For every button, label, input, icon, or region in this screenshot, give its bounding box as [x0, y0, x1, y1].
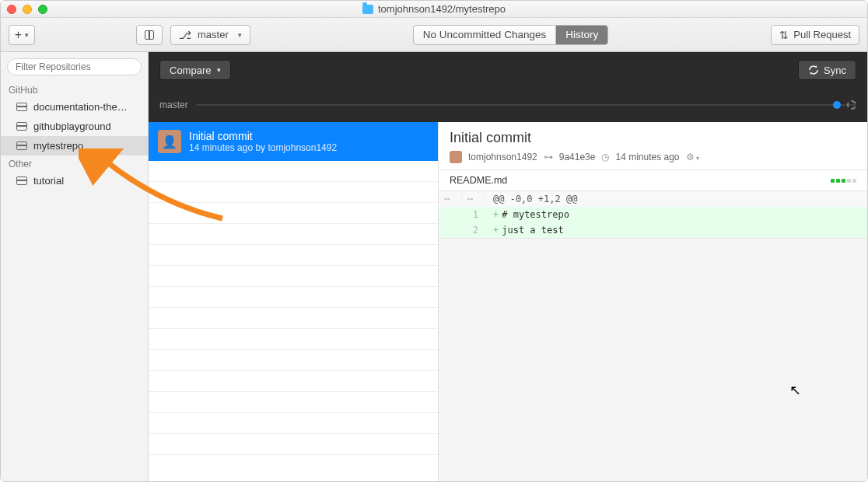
diff-file-name: README.md [450, 175, 507, 186]
view-segmented-control: No Uncommitted Changes History [413, 25, 608, 45]
sidebar-section-github: GitHub [1, 82, 148, 97]
plus-icon: + [15, 29, 22, 41]
add-repo-button[interactable]: + [9, 25, 35, 45]
diff-hunk-header: ⋯⋯ @@ -0,0 +1,2 @@ [439, 191, 867, 207]
gear-icon[interactable]: ⚙ [686, 152, 699, 162]
branch-icon: ⎇ [179, 29, 191, 41]
mouse-cursor: ↖ [789, 382, 801, 399]
diff-line-number: 1 [462, 209, 485, 220]
sidebar-repo-documentation[interactable]: documentation-the… [1, 97, 148, 117]
commit-row-selected[interactable]: 👤 Initial commit 14 minutes ago by tomjo… [149, 122, 438, 161]
compare-label: Compare [170, 65, 211, 76]
avatar: 👤 [158, 130, 181, 153]
pull-request-button[interactable]: ⇅ Pull Request [771, 25, 859, 45]
commit-detail: Initial commit tomjohnson1492 ⊶ 9a41e3e … [438, 122, 867, 481]
layout-icon [145, 30, 154, 40]
branch-name: master [198, 29, 229, 40]
changes-tab[interactable]: No Uncommitted Changes [414, 26, 556, 44]
timeline[interactable] [196, 104, 856, 106]
folder-icon [362, 5, 373, 14]
pull-request-icon: ⇅ [779, 29, 789, 41]
diff-body: ⋯⋯ @@ -0,0 +1,2 @@ 1 +# mytestrepo 2 +ju… [439, 191, 867, 239]
pull-request-label: Pull Request [793, 29, 851, 40]
sidebar-section-other: Other [1, 155, 148, 171]
window-title-text: tomjohnson1492/mytestrepo [378, 3, 506, 15]
main-area: GitHub documentation-the… githubplaygrou… [1, 52, 867, 481]
repo-icon [16, 122, 27, 131]
repo-label: tutorial [33, 175, 64, 187]
commit-detail-title: Initial commit [450, 130, 856, 146]
clock-icon: ◷ [601, 152, 609, 162]
commit-detail-header: Initial commit tomjohnson1492 ⊶ 9a41e3e … [439, 122, 867, 170]
history-header: Compare Sync master [149, 52, 867, 122]
diff-indicator [831, 179, 856, 183]
sync-label: Sync [824, 65, 846, 76]
diff-hunk-text: @@ -0,0 +1,2 @@ [485, 194, 867, 204]
commit-time: 14 minutes ago [615, 152, 679, 162]
sidebar-repo-tutorial[interactable]: tutorial [1, 171, 148, 190]
titlebar: tomjohnson1492/mytestrepo [1, 1, 867, 18]
commit-hash-icon: ⊶ [544, 152, 553, 162]
timeline-head-ring[interactable] [847, 100, 856, 110]
commit-subtitle: 14 minutes ago by tomjohnson1492 [189, 142, 337, 153]
timeline-commit-dot[interactable] [833, 101, 841, 109]
window-title: tomjohnson1492/mytestrepo [1, 3, 867, 15]
sidebar-repo-githubplayground[interactable]: githubplayground [1, 117, 148, 136]
commit-list: 👤 Initial commit 14 minutes ago by tomjo… [149, 122, 438, 481]
repo-label: documentation-the… [33, 101, 128, 113]
diff-line-added: 1 +# mytestrepo [439, 207, 867, 222]
author-avatar-small [450, 151, 462, 163]
diff-file-header[interactable]: README.md [439, 170, 867, 191]
diff-line-text: # mytestrepo [502, 209, 569, 220]
content: Compare Sync master [149, 52, 867, 481]
history-tab[interactable]: History [556, 26, 607, 44]
sidebar: GitHub documentation-the… githubplaygrou… [1, 52, 149, 481]
sidebar-repo-mytestrepo[interactable]: mytestrepo [1, 136, 148, 155]
commit-title: Initial commit [189, 130, 337, 142]
repo-label: githubplayground [33, 120, 111, 132]
sync-icon [808, 65, 819, 75]
commit-hash: 9a41e3e [559, 152, 596, 162]
toolbar: + ⎇ master No Uncommitted Changes Histor… [1, 18, 867, 52]
timeline-branch-label: master [159, 100, 188, 110]
sync-button[interactable]: Sync [798, 60, 856, 80]
repo-icon [16, 141, 27, 150]
commit-author: tomjohnson1492 [468, 152, 537, 162]
branch-selector[interactable]: ⎇ master [170, 25, 250, 45]
history-split: 👤 Initial commit 14 minutes ago by tomjo… [149, 122, 867, 481]
compare-button[interactable]: Compare [159, 60, 231, 80]
empty-commit-rows [149, 161, 438, 481]
toggle-sidebar-button[interactable] [136, 25, 163, 45]
diff-line-added: 2 +just a test [439, 222, 867, 238]
filter-repositories-input[interactable] [7, 58, 142, 75]
repo-icon [16, 103, 27, 111]
diff-line-text: just a test [502, 225, 563, 236]
repo-icon [16, 176, 27, 185]
diff-line-number: 2 [462, 225, 485, 236]
repo-label: mytestrepo [33, 140, 83, 152]
